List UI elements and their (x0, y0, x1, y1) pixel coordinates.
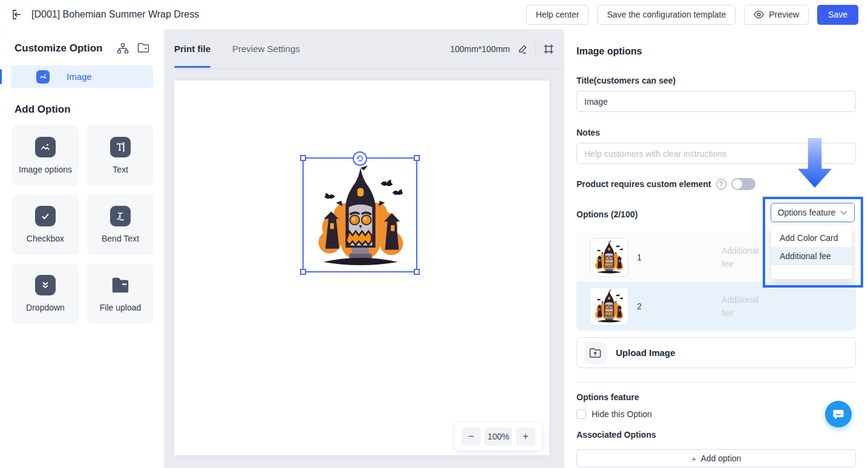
save-button[interactable]: Save (817, 5, 858, 25)
customize-option-title: Customize Option (15, 42, 102, 54)
double-chevron-down-icon (35, 275, 56, 295)
options-feature-select-label: Options feature (778, 208, 836, 217)
menu-item-add-color-card[interactable]: Add Color Card (771, 229, 852, 247)
title-input[interactable] (576, 91, 856, 112)
canvas-tab-bar: Print file Preview Settings 100mm*100mm (165, 29, 564, 69)
divider (535, 44, 536, 54)
save-template-button[interactable]: Save the configuration template (597, 5, 736, 25)
haunted-house-artwork[interactable] (307, 163, 414, 270)
tile-checkbox[interactable]: Checkbox (12, 194, 79, 255)
panel-title: Image options (576, 46, 642, 57)
tile-label: Text (113, 165, 128, 174)
topbar-actions: Help center Save the configuration templ… (526, 5, 858, 25)
folder-icon[interactable] (137, 42, 149, 54)
tab-print-file[interactable]: Print file (174, 30, 210, 67)
resize-handle-bottom-right[interactable] (414, 269, 420, 275)
tile-image-options[interactable]: Image options (12, 125, 79, 186)
print-canvas-sheet[interactable]: − 100% + (174, 81, 549, 455)
top-bar: [D001] Bohemian Summer Wrap Dress Help c… (0, 0, 868, 29)
tile-file-upload[interactable]: File upload (87, 263, 154, 324)
resize-handle-bottom-left[interactable] (300, 269, 306, 275)
zoom-in-button[interactable]: + (516, 427, 535, 446)
tab-preview-settings[interactable]: Preview Settings (232, 30, 300, 67)
chat-bubble-icon (832, 407, 845, 421)
option-index: 2 (637, 302, 642, 311)
menu-item-additional-fee[interactable]: Additional fee (771, 247, 852, 265)
chevron-down-icon (840, 210, 847, 215)
text-cursor-icon (110, 137, 131, 157)
eye-icon (754, 10, 764, 19)
sidebar-item-label: Image (67, 71, 92, 82)
sitemap-icon[interactable] (117, 42, 129, 54)
tile-label: Image options (19, 165, 72, 174)
preview-button[interactable]: Preview (744, 5, 809, 25)
option-row-2[interactable]: 2 Additional fee (576, 282, 856, 331)
options-count-label: Options (2/100) (576, 209, 638, 219)
plus-icon: + (691, 453, 697, 464)
title-field-label: Title(customers can see) (576, 76, 676, 85)
page-title: [D001] Bohemian Summer Wrap Dress (31, 9, 199, 20)
additional-fee-label: Additional fee (722, 293, 760, 320)
folder-upload-icon (110, 275, 131, 295)
options-feature-select[interactable]: Options feature (771, 203, 855, 222)
option-thumbnail (590, 238, 628, 277)
custom-element-toggle[interactable] (731, 178, 755, 190)
notes-input[interactable] (576, 143, 856, 164)
tile-label: File upload (100, 303, 142, 312)
image-options-panel: Image options Title(customers can see) N… (564, 29, 868, 468)
selected-indicator (0, 69, 2, 84)
help-center-button[interactable]: Help center (526, 5, 589, 25)
frame-icon[interactable] (543, 44, 554, 54)
back-icon[interactable] (10, 7, 24, 22)
add-option-button[interactable]: + Add option (576, 449, 856, 467)
add-option-grid: Image options Text Checkbox (0, 118, 164, 331)
print-size-label: 100mm*100mm (450, 44, 510, 54)
upload-folder-icon (584, 342, 606, 364)
image-icon (35, 137, 56, 157)
selection-frame[interactable] (302, 157, 417, 272)
options-feature-section-label: Options feature (576, 392, 639, 402)
add-option-button-label: Add option (700, 453, 741, 463)
bend-text-icon (110, 206, 131, 226)
question-mark-icon[interactable]: ? (716, 179, 726, 190)
tile-label: Dropdown (26, 303, 65, 312)
divider (576, 382, 856, 383)
zoom-out-button[interactable]: − (462, 427, 481, 446)
tile-bend-text[interactable]: Bend Text (87, 194, 154, 255)
hide-option-checkbox[interactable] (576, 409, 586, 419)
resize-handle-top-right[interactable] (414, 155, 420, 161)
zoom-level-value: 100% (485, 427, 512, 446)
notes-field-label: Notes (576, 128, 600, 137)
options-feature-dropdown-menu: Add Color Card Additional fee (771, 226, 852, 279)
tile-label: Bend Text (102, 234, 139, 243)
checkbox-icon (35, 206, 56, 226)
image-icon (36, 70, 50, 84)
zoom-control: − 100% + (455, 423, 542, 450)
additional-fee-label: Additional fee (722, 244, 760, 271)
hide-option-label: Hide this Option (592, 409, 652, 419)
upload-image-button[interactable]: Upload Image (576, 337, 856, 368)
edit-pencil-icon[interactable] (517, 44, 528, 54)
customize-sidebar: Customize Option (0, 29, 165, 468)
upload-image-label: Upload Image (616, 348, 675, 358)
chat-support-button[interactable] (825, 401, 852, 427)
tile-dropdown[interactable]: Dropdown (12, 263, 79, 324)
sidebar-item-image[interactable]: Image (11, 65, 153, 88)
custom-element-label: Product requires custom element (576, 179, 711, 189)
hide-option-row[interactable]: Hide this Option (576, 409, 652, 419)
preview-label: Preview (769, 10, 799, 19)
option-thumbnail (590, 287, 628, 326)
resize-handle-top-left[interactable] (300, 155, 306, 161)
tile-text[interactable]: Text (87, 125, 154, 186)
option-index: 1 (637, 252, 642, 262)
canvas-area: Print file Preview Settings 100mm*100mm (165, 29, 564, 468)
associated-options-label: Associated Options (576, 430, 656, 440)
tile-label: Checkbox (27, 234, 64, 243)
add-option-title: Add Option (0, 88, 164, 118)
app-root: [D001] Bohemian Summer Wrap Dress Help c… (0, 0, 868, 468)
